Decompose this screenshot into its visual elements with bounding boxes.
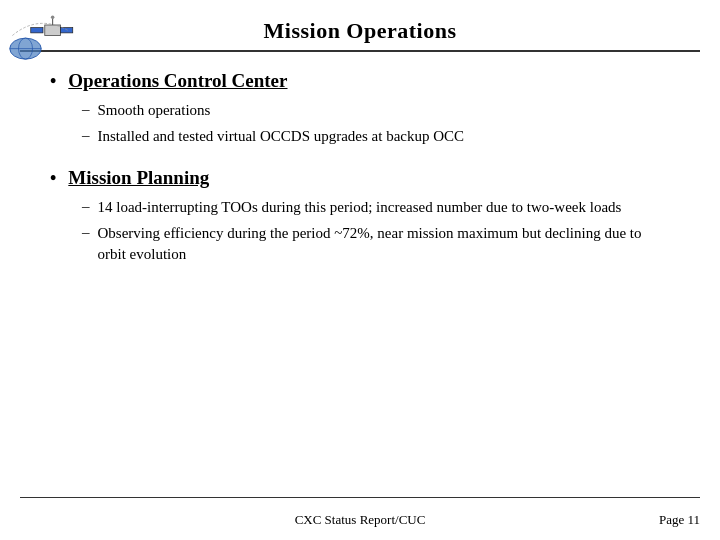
bullet-dot-ops: • bbox=[50, 71, 56, 92]
sub-item-text-ops-2: Installed and tested virtual OCCDS upgra… bbox=[98, 126, 465, 147]
svg-point-8 bbox=[51, 15, 55, 19]
svg-rect-4 bbox=[45, 25, 61, 36]
sub-item-text-mp-1: 14 load-interrupting TOOs during this pe… bbox=[98, 197, 622, 218]
svg-rect-6 bbox=[61, 28, 73, 33]
bullet-section-ops: • Operations Control Center – Smooth ope… bbox=[50, 70, 670, 147]
title-section: Mission Operations bbox=[0, 0, 720, 44]
slide-title: Mission Operations bbox=[0, 18, 720, 44]
bullet-header-mp: • Mission Planning bbox=[50, 167, 670, 189]
bullet-title-mp: Mission Planning bbox=[68, 167, 209, 189]
dash-mp-1: – bbox=[82, 198, 90, 215]
sub-items-ops: – Smooth operations – Installed and test… bbox=[82, 100, 670, 147]
content-area: • Operations Control Center – Smooth ope… bbox=[0, 52, 720, 265]
svg-rect-5 bbox=[31, 28, 43, 33]
bullet-section-mp: • Mission Planning – 14 load-interruptin… bbox=[50, 167, 670, 265]
sub-item-text-mp-2: Observing efficiency during the period ~… bbox=[98, 223, 671, 265]
sub-item-ops-1: – Smooth operations bbox=[82, 100, 670, 121]
footer-divider bbox=[20, 497, 700, 498]
sub-item-mp-2: – Observing efficiency during the period… bbox=[82, 223, 670, 265]
satellite-icon bbox=[8, 8, 78, 63]
sub-item-mp-1: – 14 load-interrupting TOOs during this … bbox=[82, 197, 670, 218]
dash-ops-1: – bbox=[82, 101, 90, 118]
sub-items-mp: – 14 load-interrupting TOOs during this … bbox=[82, 197, 670, 265]
footer-right: Page 11 bbox=[659, 512, 700, 528]
footer-center: CXC Status Report/CUC bbox=[0, 512, 720, 528]
bullet-dot-mp: • bbox=[50, 168, 56, 189]
dash-mp-2: – bbox=[82, 224, 90, 241]
bullet-header-ops: • Operations Control Center bbox=[50, 70, 670, 92]
sub-item-ops-2: – Installed and tested virtual OCCDS upg… bbox=[82, 126, 670, 147]
bullet-title-ops: Operations Control Center bbox=[68, 70, 287, 92]
sub-item-text-ops-1: Smooth operations bbox=[98, 100, 211, 121]
dash-ops-2: – bbox=[82, 127, 90, 144]
slide-container: Mission Operations • Operations Control … bbox=[0, 0, 720, 540]
